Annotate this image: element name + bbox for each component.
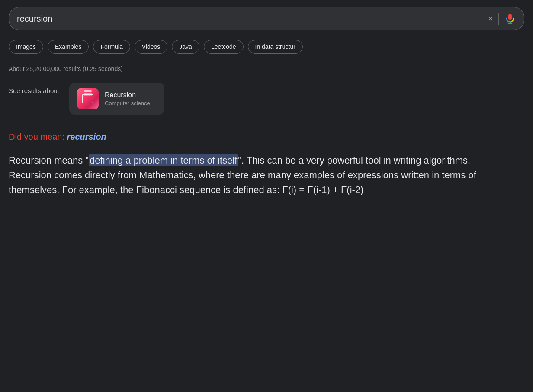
result-card-icon bbox=[77, 88, 99, 109]
content-highlight: defining a problem in terms of itself bbox=[89, 154, 238, 166]
results-count: About 25,20,00,000 results (0.25 seconds… bbox=[0, 58, 533, 76]
filter-chips: Images Examples Formula Videos Java Leet… bbox=[0, 35, 533, 58]
result-card-subtitle: Computer science bbox=[105, 100, 150, 106]
see-results-about-section: See results about Recursion Computer sci… bbox=[0, 76, 533, 122]
search-icons: × bbox=[488, 13, 516, 25]
content-before-highlight: Recursion means " bbox=[9, 155, 89, 166]
see-results-label: See results about bbox=[9, 83, 61, 94]
result-card-title: Recursion bbox=[105, 91, 150, 99]
svg-rect-0 bbox=[508, 14, 512, 20]
chip-java[interactable]: Java bbox=[172, 40, 199, 54]
search-input[interactable] bbox=[17, 14, 488, 24]
result-card-text: Recursion Computer science bbox=[105, 91, 150, 106]
clear-icon[interactable]: × bbox=[488, 14, 493, 24]
main-content: Recursion means "defining a problem in t… bbox=[0, 146, 502, 210]
chip-images[interactable]: Images bbox=[9, 40, 43, 54]
did-you-mean-term[interactable]: recursion bbox=[67, 132, 106, 141]
chip-formula[interactable]: Formula bbox=[93, 40, 130, 54]
search-bar[interactable]: × bbox=[9, 7, 524, 30]
did-you-mean-label: Did you mean: bbox=[9, 132, 64, 141]
microphone-icon[interactable] bbox=[504, 13, 516, 25]
chip-data-structure[interactable]: In data structur bbox=[248, 40, 303, 54]
chip-examples[interactable]: Examples bbox=[48, 40, 89, 54]
result-card-recursion[interactable]: Recursion Computer science bbox=[69, 83, 164, 115]
chip-leetcode[interactable]: Leetcode bbox=[204, 40, 244, 54]
chip-videos[interactable]: Videos bbox=[135, 40, 168, 54]
did-you-mean: Did you mean: recursion bbox=[0, 122, 533, 146]
vertical-divider bbox=[498, 13, 499, 25]
